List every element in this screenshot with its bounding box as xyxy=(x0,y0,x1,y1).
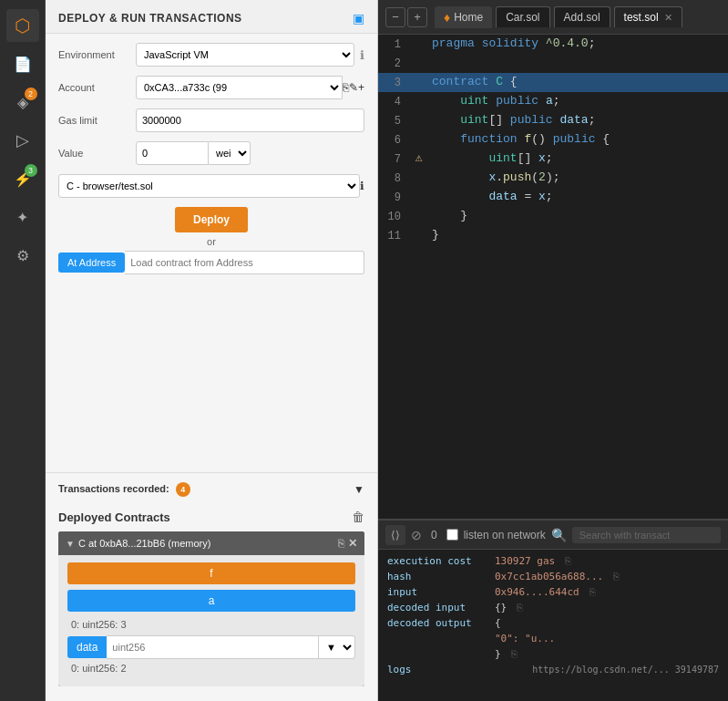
code-line-3: 3 contract C { xyxy=(378,73,728,92)
console-footer-link: https://blog.csdn.net/... 39149787 xyxy=(495,665,719,675)
transactions-chevron[interactable]: ▼ xyxy=(354,483,364,496)
warning-icon-line7: ⚠ xyxy=(415,149,423,168)
account-copy-icon[interactable]: ⎘ xyxy=(343,81,349,94)
sidebar-item-settings[interactable]: ⚙ xyxy=(6,239,39,272)
value-unit-select[interactable]: wei xyxy=(209,141,251,165)
tab-test-sol[interactable]: test.sol ✕ xyxy=(614,6,682,27)
console-toolbar: ⟨⟩ ⊘ 0 listen on network 🔍 xyxy=(378,521,728,550)
contract-instance-header[interactable]: ▼ C at 0xbA8...21bB6 (memory) ⎘ ✕ xyxy=(58,531,364,555)
sidebar-item-remix-logo[interactable]: ⬡ xyxy=(6,9,39,42)
contract-instance-close-icon[interactable]: ✕ xyxy=(348,537,357,550)
deploy-panel-title: DEPLOY & RUN TRANSACTIONS xyxy=(58,12,242,25)
code-line-1: 1 pragma solidity ^0.4.0; xyxy=(378,35,728,54)
gas-limit-label: Gas limit xyxy=(58,115,136,126)
listen-network-checkbox[interactable] xyxy=(446,529,458,541)
tab-test-sol-label: test.sol xyxy=(624,11,659,24)
contract-instance-arrow: ▼ xyxy=(66,539,75,549)
console-val-hash: 0x7cc1ab056a688... xyxy=(495,571,603,582)
function-f-button[interactable]: f xyxy=(67,562,355,584)
transactions-section: Transactions recorded: 4 ▼ xyxy=(46,472,377,502)
contract-functions: f a 0: uint256: 3 data ▼ 0: uint256: 2 xyxy=(58,555,364,686)
console-copy-input[interactable]: ⎘ xyxy=(590,586,596,598)
zoom-in-button[interactable]: + xyxy=(407,7,427,27)
contract-instance-copy-icon[interactable]: ⎘ xyxy=(338,537,344,550)
console-val-output-inner: "0": "u... xyxy=(495,633,555,644)
console-row-input: input 0x946....644cd ⎘ xyxy=(387,586,719,598)
account-edit-icon[interactable]: ✎ xyxy=(349,81,358,94)
tab-test-sol-close-icon[interactable]: ✕ xyxy=(664,12,672,24)
at-address-button[interactable]: At Address xyxy=(58,253,125,273)
console-row-decoded-input: decoded input {} ⎘ xyxy=(387,602,719,613)
account-select[interactable]: 0xCA3...a733c (99 xyxy=(136,76,343,99)
contract-instance: ▼ C at 0xbA8...21bB6 (memory) ⎘ ✕ f a 0:… xyxy=(58,531,364,686)
account-input-wrap: 0xCA3...a733c (99 xyxy=(136,76,343,99)
tab-car-sol[interactable]: Car.sol xyxy=(496,6,549,27)
data-input[interactable] xyxy=(107,635,319,659)
function-a-button[interactable]: a xyxy=(67,590,355,612)
console-expand-button[interactable]: ⟨⟩ xyxy=(385,525,405,545)
code-line-11: 11 } xyxy=(378,226,728,245)
console-val-decoded-input: {} xyxy=(495,602,507,613)
data-type-select[interactable]: ▼ xyxy=(319,635,355,659)
console-copy-hash[interactable]: ⎘ xyxy=(613,571,620,582)
transactions-header[interactable]: Transactions recorded: 4 ▼ xyxy=(58,482,364,497)
deploy-panel-icon: ▣ xyxy=(353,11,364,26)
at-address-row: At Address xyxy=(58,251,364,274)
icon-sidebar: ⬡ 📄 ◈ ▷ ⚡ ✦ ⚙ xyxy=(0,0,46,701)
console-val-decoded-output: { xyxy=(495,617,501,629)
sidebar-item-debug[interactable]: ⚡ xyxy=(6,162,39,195)
sidebar-item-plugin[interactable]: ✦ xyxy=(6,201,39,233)
code-editor[interactable]: 1 pragma solidity ^0.4.0; 2 3 contract C… xyxy=(378,35,728,519)
sidebar-item-compiler[interactable]: ◈ xyxy=(6,86,39,119)
or-text: or xyxy=(58,236,364,247)
gas-limit-row: Gas limit 3000000 xyxy=(58,108,364,132)
environment-select[interactable]: JavaScript VM xyxy=(136,43,354,67)
console-copy-output[interactable]: ⎘ xyxy=(511,648,518,660)
at-address-input[interactable] xyxy=(125,251,364,274)
console-search-icon[interactable]: 🔍 xyxy=(551,528,567,542)
console-copy-execution-cost[interactable]: ⎘ xyxy=(565,555,571,567)
sidebar-item-deploy[interactable]: ▷ xyxy=(6,124,39,157)
tab-home[interactable]: ♦ Home xyxy=(435,6,492,28)
account-row: Account 0xCA3...a733c (99 ⎘ ✎ + xyxy=(58,76,364,99)
value-row: Value wei xyxy=(58,141,364,165)
console-val-output-close: } xyxy=(495,648,501,660)
value-label: Value xyxy=(58,148,136,159)
code-line-2: 2 xyxy=(378,54,728,73)
contract-select-wrap: C - browser/test.sol xyxy=(58,174,360,198)
console-row-logs: logs https://blog.csdn.net/... 39149787 xyxy=(387,664,719,675)
value-input[interactable] xyxy=(136,141,209,165)
contract-info-icon[interactable]: ℹ xyxy=(360,180,364,192)
console-row-output-inner: "0": "u... xyxy=(387,633,719,644)
code-line-8: 8 x.push(2); xyxy=(378,169,728,188)
top-bar: − + ♦ Home Car.sol Add.sol test.sol ✕ xyxy=(378,0,728,35)
gas-limit-input[interactable]: 3000000 xyxy=(136,108,364,132)
tab-home-label: Home xyxy=(454,11,483,24)
console-key-input: input xyxy=(387,586,487,598)
deploy-panel: DEPLOY & RUN TRANSACTIONS ▣ Environment … xyxy=(46,0,378,701)
contract-select[interactable]: C - browser/test.sol xyxy=(58,174,360,198)
console-row-execution-cost: execution cost 130927 gas ⎘ xyxy=(387,555,719,567)
contract-instance-name: C at 0xbA8...21bB6 (memory) xyxy=(78,538,334,549)
zoom-controls: − + xyxy=(385,7,427,27)
tab-add-sol-label: Add.sol xyxy=(564,11,600,24)
console-search-input[interactable] xyxy=(572,527,721,543)
environment-info-icon[interactable]: ℹ xyxy=(360,48,364,62)
trash-icon[interactable]: 🗑 xyxy=(352,510,364,524)
sidebar-item-file-explorer[interactable]: 📄 xyxy=(6,47,39,80)
console-key-logs: logs xyxy=(387,664,487,675)
function-data-button[interactable]: data xyxy=(67,636,107,658)
console-row-decoded-output: decoded output { xyxy=(387,617,719,629)
deploy-button[interactable]: Deploy xyxy=(175,207,248,232)
deployed-title: Deployed Contracts xyxy=(58,510,170,524)
console-copy-decoded-input[interactable]: ⎘ xyxy=(517,602,523,613)
function-a-result: 0: uint256: 3 xyxy=(71,619,355,630)
zoom-out-button[interactable]: − xyxy=(385,7,405,27)
console-stop-icon[interactable]: ⊘ xyxy=(411,528,422,542)
console-row-hash: hash 0x7cc1ab056a688... ⎘ xyxy=(387,571,719,582)
environment-label: Environment xyxy=(58,49,136,60)
function-data-result: 0: uint256: 2 xyxy=(71,663,355,674)
tab-add-sol[interactable]: Add.sol xyxy=(554,6,610,27)
account-plus-icon[interactable]: + xyxy=(358,81,364,94)
console-key-decoded-input: decoded input xyxy=(387,602,487,613)
